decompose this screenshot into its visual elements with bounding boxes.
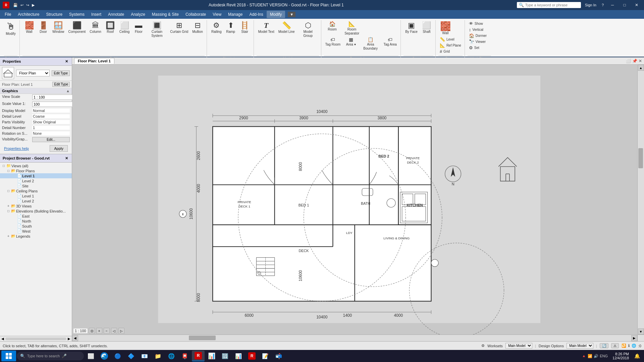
view-close-btn[interactable]: ✕ (639, 59, 642, 63)
ribbon-btn-model-line[interactable]: 📏 Model Line (277, 21, 297, 35)
tree-ceiling-plans[interactable]: □ 📂 Ceiling Plans (0, 188, 72, 193)
edit-type-btn2[interactable]: Edit Type (52, 82, 70, 87)
properties-help-link[interactable]: Properties help (2, 146, 31, 151)
taskbar-chrome[interactable]: 🔵 (111, 351, 124, 361)
ribbon-search-box[interactable]: 🔍 (517, 2, 581, 8)
zoom-out-btn[interactable]: − (104, 328, 110, 334)
expand-btn[interactable]: ▼ (288, 12, 296, 17)
menu-file[interactable]: File (1, 11, 14, 18)
view-maximize-btn[interactable]: ⬜ (626, 59, 631, 63)
ribbon-btn-floor[interactable]: ▬ Floor (132, 21, 145, 35)
tree-scroll-left[interactable]: ◀ (1, 337, 4, 341)
ribbon-btn-wall-datum[interactable]: 🧱 Wall (438, 21, 452, 36)
taskbar-revit[interactable]: R (192, 351, 205, 361)
taskbar-task-view[interactable]: ⬜ (85, 351, 97, 361)
ribbon-btn-stair[interactable]: 🪜 Stair (238, 21, 252, 35)
ribbon-btn-roof[interactable]: 🔲 Roof (104, 21, 117, 35)
tree-level-1[interactable]: 📄 Level 1 (0, 173, 72, 178)
zoom-next-btn[interactable]: ▷ (118, 328, 124, 334)
ribbon-btn-room-separator[interactable]: 📐 Room Separator (341, 21, 363, 36)
scroll-up-btn[interactable]: ▲ (638, 65, 644, 71)
visibility-edit-button[interactable]: Edit... (32, 137, 70, 142)
menu-analyze[interactable]: Analyze (127, 11, 149, 18)
scroll-h-track[interactable] (78, 335, 631, 341)
menu-massing[interactable]: Massing & Site (149, 11, 182, 18)
taskbar-app5[interactable]: 📁 (152, 351, 164, 361)
tree-scroll-right[interactable]: ▶ (68, 337, 70, 341)
tree-ceiling-l1[interactable]: 📄 Level 1 (0, 193, 72, 198)
taskbar-app4[interactable]: 📧 (138, 351, 151, 361)
sign-in-button[interactable]: Sign In (584, 2, 598, 8)
ribbon-btn-door[interactable]: 🚪 Door (37, 21, 50, 35)
qa-save[interactable]: 💾 (12, 2, 19, 8)
menu-collaborate[interactable]: Collaborate (182, 11, 209, 18)
properties-close-button[interactable]: ✕ (64, 59, 69, 64)
help-button[interactable]: ? (600, 2, 605, 8)
menu-insert[interactable]: Insert (88, 11, 105, 18)
maximize-button[interactable]: □ (620, 1, 629, 9)
menu-architecture[interactable]: Architecture (14, 11, 43, 18)
ribbon-btn-model-group[interactable]: ⬡ Model Group (297, 21, 319, 39)
minimize-button[interactable]: ─ (608, 1, 617, 9)
tree-site[interactable]: 📄 Site (0, 183, 72, 188)
ribbon-search-input[interactable] (525, 3, 579, 7)
ribbon-btn-railing[interactable]: ⚙ Railing (210, 21, 223, 35)
taskbar-search-box[interactable]: 🔍 Type here to search 🎤 (17, 352, 84, 360)
ribbon-btn-tag-room[interactable]: 🏷 Tag Room (324, 37, 342, 51)
ribbon-btn-tag-area[interactable]: 🏷 Tag Area (382, 37, 398, 51)
taskbar-edge[interactable]: 🌊 (98, 351, 111, 361)
ribbon-btn-component[interactable]: ⬛ Component (67, 21, 88, 35)
scroll-v-track[interactable] (638, 71, 644, 328)
menu-modify[interactable]: Modify (267, 11, 285, 18)
scroll-h-thumb[interactable] (189, 336, 216, 340)
taskbar-clock[interactable]: 8:26 PM 12/4/2018 (610, 352, 631, 360)
menu-view[interactable]: View (209, 11, 225, 18)
taskbar-start-button[interactable] (1, 351, 16, 361)
project-browser-close-button[interactable]: ✕ (64, 156, 69, 161)
scroll-v-thumb[interactable] (638, 148, 643, 168)
ribbon-btn-area-boundary[interactable]: 📋 Area Boundary (360, 37, 381, 51)
graphics-collapse-icon[interactable]: ▲ (66, 89, 70, 93)
menu-annotate[interactable]: Annotate (105, 11, 127, 18)
taskbar-notification-btn[interactable]: 🔔 (632, 351, 643, 361)
vertical-scrollbar[interactable]: ▲ ▼ (637, 65, 644, 335)
ribbon-btn-by-face[interactable]: ▣ By Face (404, 21, 419, 35)
menu-manage[interactable]: Manage (225, 11, 246, 18)
tree-west[interactable]: 📄 West (0, 229, 72, 234)
ribbon-btn-column[interactable]: 🏛 Column (88, 21, 103, 35)
ribbon-btn-level[interactable]: 📏 Level (438, 37, 463, 42)
ribbon-btn-area[interactable]: ▦ Area ▾ (342, 37, 359, 51)
ribbon-btn-ceiling[interactable]: ⬜ Ceiling (118, 21, 131, 35)
horizontal-scrollbar[interactable]: ◀ ▶ (72, 335, 637, 341)
tree-elevations[interactable]: □ 📂 Elevations (Building Elevatio... (0, 208, 72, 214)
tree-3d-views[interactable]: + 📂 3D Views (0, 203, 72, 208)
menu-systems[interactable]: Systems (66, 11, 88, 18)
qa-run[interactable]: ▶ (31, 2, 36, 8)
props-type-select[interactable]: Floor Plan (16, 70, 50, 76)
tree-legends[interactable]: + 📂 Legends (0, 234, 72, 239)
ribbon-btn-show[interactable]: 👁 Show (468, 21, 491, 26)
edit-type-button[interactable]: Edit Type (52, 70, 70, 76)
tree-south[interactable]: 📄 South (0, 224, 72, 229)
tree-east[interactable]: 📄 East (0, 214, 72, 219)
ribbon-btn-viewer[interactable]: 🔭 Viewer (468, 39, 491, 45)
ribbon-btn-curtain-system[interactable]: 🔳 Curtain System (146, 21, 168, 39)
taskbar-word[interactable]: 📝 (259, 351, 272, 361)
ribbon-btn-ref-plane[interactable]: 📐 Ref Plane (438, 43, 463, 48)
ribbon-btn-ramp[interactable]: ⬆ Ramp (224, 21, 237, 35)
apply-button[interactable]: Apply (50, 145, 68, 152)
ribbon-btn-shaft[interactable]: ⬜ Shaft (420, 21, 433, 35)
taskbar-outlook[interactable]: 📬 (272, 351, 285, 361)
status-sync-btn[interactable]: 🔄 (600, 343, 608, 348)
scroll-down-btn[interactable]: ▼ (638, 328, 644, 335)
ribbon-btn-mullion[interactable]: ⊟ Mullion (191, 21, 205, 35)
tree-views-all[interactable]: □ 📁 Views (all) (0, 163, 72, 168)
taskbar-calc[interactable]: 🔢 (219, 351, 231, 361)
qa-undo[interactable]: ↩ (19, 2, 24, 8)
tree-level-2[interactable]: 📄 Level 2 (0, 178, 72, 183)
status-worksets-select[interactable]: Main Model (505, 343, 532, 349)
close-button[interactable]: ✕ (632, 1, 641, 9)
ribbon-btn-vertical[interactable]: ↕ Vertical (468, 27, 491, 33)
status-design-select[interactable]: Main Model (567, 343, 593, 349)
status-warning-btn[interactable]: ⚠ (611, 343, 619, 348)
